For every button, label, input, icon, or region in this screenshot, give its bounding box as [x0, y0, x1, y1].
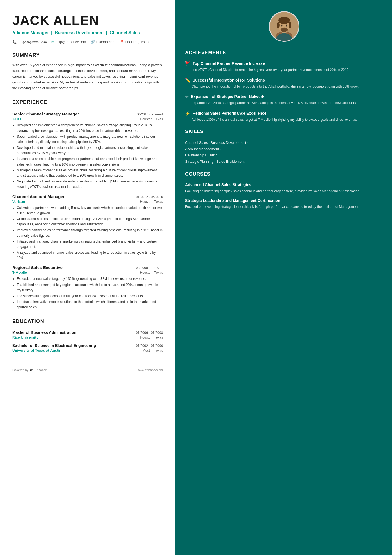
job-item-1: Senior Channel Strategy Manager 06/2016 … [12, 112, 163, 189]
linkedin-icon: 🔗 [90, 40, 95, 44]
experience-title: EXPERIENCE [12, 99, 163, 107]
courses-title: COURSES [185, 171, 383, 179]
job-dates-2: 01/2012 - 05/2016 [136, 195, 163, 199]
job-sub-3: T-Mobile Houston, Texas [12, 270, 163, 275]
summary-section: SUMMARY With over 15 years of experience… [12, 52, 163, 91]
job-role-2: Channel Account Manager [12, 194, 65, 199]
title-separator-2: | [106, 30, 109, 35]
header-section: JACK ALLEN Alliance Manager | Business D… [12, 13, 163, 44]
bullet-1-6: Negotiated and closed large-scale enterp… [17, 179, 163, 189]
achievement-desc-1: Led AT&T's Channel Division to reach the… [185, 67, 383, 73]
skill-sep-4: · [218, 153, 220, 157]
skill-1: Channel Sales [185, 141, 208, 145]
achievement-item-2: ✏️ Successful Integration of IoT Solutio… [185, 78, 383, 89]
edu-header-2: Bachelor of Science in Electrical Engine… [12, 343, 163, 348]
bullet-2-4: Initiated and managed channel marketing … [17, 239, 163, 250]
skill-sep-3: · [219, 147, 221, 151]
course-title-1: Advanced Channel Sales Strategies [185, 182, 383, 187]
skill-5: Strategic Planning [185, 160, 213, 164]
achievement-icon-4: ⚡ [185, 111, 190, 116]
svg-point-4 [278, 17, 290, 24]
bullet-1-2: Spearheaded a collaboration with product… [17, 134, 163, 145]
resume-container: JACK ALLEN Alliance Manager | Business D… [0, 0, 392, 555]
achievements-title: ACHIEVEMENTS [185, 50, 383, 58]
achievement-item-3: ☆ Expansion of Strategic Partner Network… [185, 94, 383, 106]
skill-4: Relationship Building [185, 153, 218, 157]
svg-point-8 [281, 25, 283, 27]
edu-sub-1: Rice University Houston, Texas [12, 335, 163, 339]
job-bullets-1: Designed and implemented a comprehensive… [12, 123, 163, 189]
bullet-1-3: Developed and maintained relationships w… [17, 145, 163, 156]
achievement-header-3: ☆ Expansion of Strategic Partner Network [185, 94, 383, 99]
title-part-3: Channel Sales [110, 30, 140, 35]
brand-name: Enhancv [35, 368, 47, 372]
bullet-2-2: Orchestrated a cross-functional team eff… [17, 216, 163, 227]
edu-sub-2: University of Texas at Austin Austin, Te… [12, 348, 163, 352]
job-sub-1: AT&T Houston, Texas [12, 117, 163, 121]
edu-school-2: University of Texas at Austin [12, 348, 61, 352]
contact-location: 📍 Houston, Texas [120, 40, 149, 44]
candidate-title: Alliance Manager | Business Development … [12, 30, 163, 36]
skill-sep-1: · [208, 141, 210, 145]
powered-by-label: Powered by [12, 368, 28, 372]
email-text: help@enhancv.com [56, 40, 86, 44]
edu-degree-1: Master of Business Administration [12, 330, 76, 335]
contact-phone: 📞 +1-(234)-555-1234 [12, 40, 47, 44]
job-sub-2: Verizon Houston, Texas [12, 199, 163, 204]
job-location-3: Houston, Texas [140, 271, 163, 275]
footer-left: Powered by ∞ Enhancv [12, 367, 47, 373]
email-icon: ✉ [51, 40, 54, 44]
job-header-2: Channel Account Manager 01/2012 - 05/201… [12, 194, 163, 199]
title-part-2: Business Development [55, 30, 104, 35]
achievement-item-4: ⚡ Regional Sales Performance Excellence … [185, 111, 383, 122]
edu-item-2: Bachelor of Science in Electrical Engine… [12, 343, 163, 352]
job-role-1: Senior Channel Strategy Manager [12, 112, 79, 116]
linkedin-text: linkedin.com [96, 40, 115, 44]
course-desc-2: Focused on developing strategic leadersh… [185, 204, 383, 209]
education-section: EDUCATION Master of Business Administrat… [12, 319, 163, 352]
job-role-3: Regional Sales Executive [12, 265, 63, 270]
skill-sep-2: · [246, 141, 248, 145]
job-dates-3: 08/2008 - 12/2011 [136, 266, 163, 270]
edu-degree-2: Bachelor of Science in Electrical Engine… [12, 343, 96, 348]
achievement-desc-2: Championed the integration of IoT produc… [185, 84, 383, 89]
phone-text: +1-(234)-555-1234 [18, 40, 47, 44]
achievement-header-4: ⚡ Regional Sales Performance Excellence [185, 111, 383, 116]
svg-point-6 [289, 22, 291, 28]
avatar [269, 11, 299, 42]
skills-section: SKILLS Channel Sales · Business Developm… [185, 129, 383, 165]
achievement-desc-3: Expanded Verizon's strategic partner net… [185, 100, 383, 106]
avatar-image [270, 11, 299, 42]
skill-sep-5: · [213, 160, 216, 164]
achievement-header-1: 🚩 Top Channel Partner Revenue Increase [185, 61, 383, 66]
course-item-1: Advanced Channel Sales Strategies Focusi… [185, 182, 383, 194]
footer-website: www.enhancv.com [138, 368, 163, 372]
edu-school-1: Rice University [12, 335, 38, 339]
contact-linkedin[interactable]: 🔗 linkedin.com [90, 40, 115, 44]
skills-title: SKILLS [185, 129, 383, 137]
left-column: JACK ALLEN Alliance Manager | Business D… [0, 0, 175, 555]
bullet-3-1: Exceeded annual sales target by 130%, ge… [17, 276, 163, 282]
bullet-3-3: Led successful negotiations for multi-ye… [17, 293, 163, 299]
job-company-2: Verizon [12, 199, 25, 204]
job-company-3: T-Mobile [12, 270, 27, 275]
phone-icon: 📞 [12, 40, 17, 44]
achievement-icon-3: ☆ [185, 94, 189, 99]
job-header-3: Regional Sales Executive 08/2008 - 12/20… [12, 265, 163, 270]
achievement-icon-1: 🚩 [185, 61, 190, 66]
bullet-2-1: Cultivated a partner network, adding 5 n… [17, 205, 163, 216]
svg-point-7 [281, 28, 288, 32]
achievements-section: ACHIEVEMENTS 🚩 Top Channel Partner Reven… [185, 50, 383, 122]
job-location-2: Houston, Texas [140, 200, 163, 204]
location-text: Houston, Texas [125, 40, 149, 44]
bullet-2-3: Improved partner sales performance throu… [17, 228, 163, 238]
bullet-2-5: Analyzed and optimized channel sales pro… [17, 250, 163, 261]
logo-icon: ∞ [30, 367, 34, 373]
job-company-1: AT&T [12, 117, 22, 121]
contact-bar: 📞 +1-(234)-555-1234 ✉ help@enhancv.com 🔗… [12, 40, 163, 44]
right-column: ACHIEVEMENTS 🚩 Top Channel Partner Reven… [175, 0, 392, 555]
job-dates-1: 06/2016 - Present [137, 112, 163, 116]
bullet-3-4: Introduced innovative mobile solutions t… [17, 299, 163, 310]
achievement-title-3: Expansion of Strategic Partner Network [191, 94, 264, 99]
edu-dates-2: 01/2002 - 01/2006 [136, 344, 163, 348]
